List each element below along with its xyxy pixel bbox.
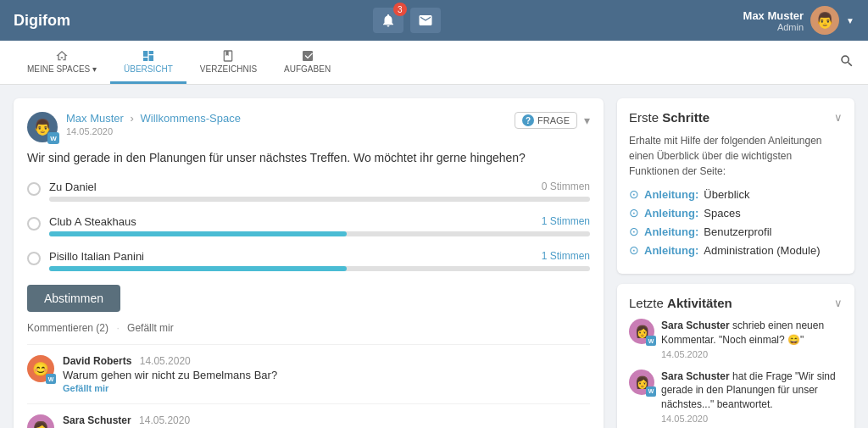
main-layout: 👨 W Max Muster › Willkommens-Space 14.05…: [0, 85, 868, 428]
nav-label-meine-spaces: MEINE SPACES ▾: [27, 64, 97, 74]
activity-item-1: 👩 W Sara Schuster schrieb einen neuen Ko…: [629, 319, 843, 359]
comments-link[interactable]: Kommentieren (2): [27, 322, 108, 334]
notifications-button[interactable]: 3: [373, 8, 403, 33]
activity-avatar-1: 👩 W: [629, 319, 654, 344]
anleitung-icon-3: ⊙: [629, 225, 639, 238]
anleitung-link-1[interactable]: ⊙ Anleitung: Überblick: [629, 187, 843, 201]
comment-author-1: David Roberts: [63, 355, 131, 367]
anleitung-link-4[interactable]: ⊙ Anleitung: Administration (Module): [629, 243, 843, 257]
anleitung-icon-1: ⊙: [629, 187, 639, 201]
poll-option-label-1: Zu Daniel: [49, 181, 97, 193]
poll-option-2: Club A Steakhaus 1 Stimmen: [27, 215, 590, 236]
post-header: 👨 W Max Muster › Willkommens-Space 14.05…: [27, 112, 590, 142]
activity-text-2: Sara Schuster hat die Frage "Wir sind ge…: [661, 370, 843, 412]
comment-1: 😊 W David Roberts 14.05.2020 Warum gehen…: [27, 344, 590, 403]
user-name: Max Muster: [743, 9, 804, 22]
erste-schritte-card: Erste Schritte ∨ Erhalte mit Hilfe der f…: [617, 98, 854, 274]
notification-badge: 3: [393, 3, 407, 16]
poll-bar-fill-2: [49, 231, 347, 236]
post-author-avatar: 👨 W: [27, 112, 58, 142]
user-role: Admin: [743, 22, 804, 32]
comment-like-1[interactable]: Gefällt mir: [63, 383, 277, 393]
erste-schritte-chevron[interactable]: ∨: [834, 111, 843, 124]
comment-author-2: Sara Schuster: [63, 414, 131, 426]
tasks-icon: [301, 49, 314, 63]
post-space-link[interactable]: Willkommens-Space: [141, 112, 241, 125]
post-meta-title: Max Muster › Willkommens-Space: [66, 112, 241, 125]
poll-option-1: Zu Daniel 0 Stimmen: [27, 181, 590, 202]
poll-option-label-3: Pisillo Italian Panini: [49, 250, 144, 263]
poll-votes-3: 1 Stimmen: [542, 250, 590, 263]
letzte-aktivitaeten-chevron[interactable]: ∨: [834, 297, 843, 309]
comment-date-1: 14.05.2020: [140, 355, 191, 367]
nav-verzeichnis[interactable]: VERZEICHNIS: [186, 41, 270, 84]
poll-bar-bg-1: [49, 197, 590, 202]
nav-items: MEINE SPACES ▾ ÜBERSICHT VERZEICHNIS AUF…: [14, 41, 344, 84]
bell-icon: [381, 13, 396, 28]
anleitung-link-2[interactable]: ⊙ Anleitung: Spaces: [629, 206, 843, 220]
poll-bar-bg-2: [49, 231, 590, 236]
messages-button[interactable]: [410, 8, 441, 33]
nav-label-ubersicht: ÜBERSICHT: [124, 64, 173, 74]
comment-avatar-1: 😊 W: [27, 355, 54, 382]
poll-bar-bg-3: [49, 266, 590, 271]
anleitung-icon-2: ⊙: [629, 206, 639, 220]
app-logo: Digifom: [14, 12, 70, 30]
poll-radio-1[interactable]: [27, 182, 41, 196]
nav-aufgaben[interactable]: AUFGABEN: [270, 41, 344, 84]
sidebar: Erste Schritte ∨ Erhalte mit Hilfe der f…: [617, 98, 854, 428]
poll-bar-fill-3: [49, 266, 347, 271]
comments-section: 😊 W David Roberts 14.05.2020 Warum gehen…: [27, 344, 590, 428]
post-type-badge: FRAGE: [515, 112, 577, 129]
mail-icon: [418, 13, 433, 28]
poll-radio-3[interactable]: [27, 252, 41, 265]
comment-2: 👩 W Sara Schuster 14.05.2020 Noch einmal…: [27, 403, 590, 428]
main-navbar: MEINE SPACES ▾ ÜBERSICHT VERZEICHNIS AUF…: [0, 41, 868, 85]
activity-item-2: 👩 W Sara Schuster hat die Frage "Wir sin…: [629, 370, 843, 424]
activity-date-2: 14.05.2020: [661, 414, 843, 424]
nav-meine-spaces[interactable]: MEINE SPACES ▾: [14, 41, 110, 84]
comment-avatar-2: 👩 W: [27, 414, 54, 428]
like-link[interactable]: Gefällt mir: [127, 322, 174, 334]
post-date: 14.05.2020: [66, 126, 241, 136]
post-author-link[interactable]: Max Muster: [66, 112, 124, 125]
erste-schritte-desc: Erhalte mit Hilfe der folgenden Anleitun…: [629, 133, 843, 179]
app-header: Digifom 3 Max Muster Admin 👨 ▼: [0, 0, 868, 41]
anleitung-icon-4: ⊙: [629, 243, 639, 257]
poll-option-label-2: Club A Steakhaus: [49, 215, 136, 228]
activity-avatar-2: 👩 W: [629, 370, 654, 395]
nav-label-verzeichnis: VERZEICHNIS: [200, 64, 257, 74]
grid-icon: [142, 49, 155, 63]
search-button[interactable]: [839, 53, 854, 71]
user-menu[interactable]: Max Muster Admin 👨 ▼: [743, 6, 854, 35]
activity-text-1: Sara Schuster schrieb einen neuen Kommen…: [661, 319, 843, 347]
poll-options: Zu Daniel 0 Stimmen Club A Steakhaus 1: [27, 181, 590, 271]
poll-votes-1: 0 Stimmen: [542, 181, 590, 193]
erste-schritte-title: Erste Schritte: [629, 110, 709, 125]
post-avatar-space-badge: W: [47, 132, 59, 144]
comment-text-1: Warum gehen wir nicht zu Bemelmans Bar?: [63, 369, 277, 381]
post-question: Wir sind gerade in den Planungen für uns…: [27, 149, 590, 167]
comment-date-2: 14.05.2020: [139, 414, 190, 426]
poll-option-3: Pisillo Italian Panini 1 Stimmen: [27, 250, 590, 271]
activity-date-1: 14.05.2020: [661, 349, 843, 359]
content-area: 👨 W Max Muster › Willkommens-Space 14.05…: [14, 98, 604, 428]
vote-button[interactable]: Abstimmen: [27, 285, 120, 312]
user-dropdown-chevron[interactable]: ▼: [846, 16, 854, 25]
letzte-aktivitaeten-card: Letzte Aktivitäten ∨ 👩 W Sara Schuster s…: [617, 284, 854, 428]
search-icon: [839, 53, 854, 69]
user-avatar: 👨: [810, 6, 839, 35]
nav-ubersicht[interactable]: ÜBERSICHT: [110, 41, 186, 84]
header-icons: 3: [373, 8, 441, 33]
nav-label-aufgaben: AUFGABEN: [284, 64, 331, 74]
anleitung-link-3[interactable]: ⊙ Anleitung: Benutzerprofil: [629, 225, 843, 238]
post-card: 👨 W Max Muster › Willkommens-Space 14.05…: [14, 98, 604, 428]
post-expand-button[interactable]: ▾: [584, 114, 590, 127]
post-actions: Kommentieren (2) · Gefällt mir: [27, 322, 590, 334]
letzte-aktivitaeten-title: Letzte Aktivitäten: [629, 296, 732, 310]
poll-votes-2: 1 Stimmen: [542, 215, 590, 228]
book-icon: [221, 49, 235, 63]
poll-radio-2[interactable]: [27, 217, 41, 231]
home-icon: [55, 49, 69, 63]
